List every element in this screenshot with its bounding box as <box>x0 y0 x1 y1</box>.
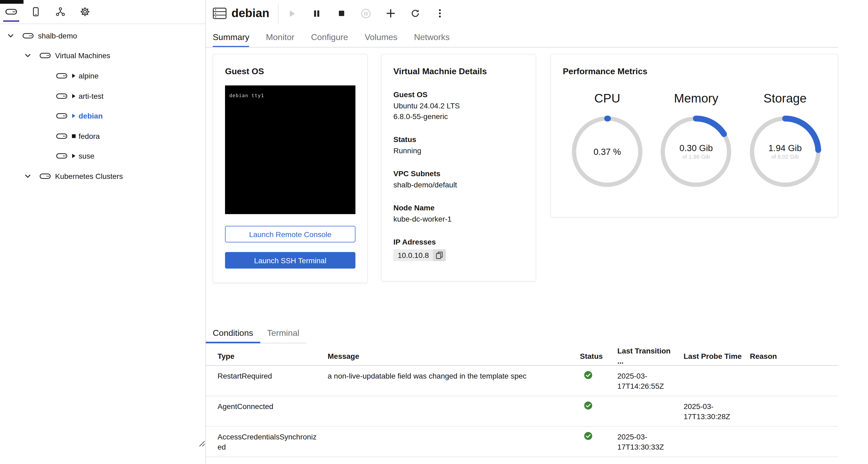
cell-type: AgentConnected <box>206 401 328 412</box>
table-row: AccessCredentialsSynchronized 2025-03-17… <box>206 427 838 457</box>
virtual-machine-icon <box>213 7 227 19</box>
field-value: Ubuntu 24.04.2 LTS <box>393 100 524 111</box>
page-title: debian <box>231 6 269 20</box>
ip-address-chip: 10.0.10.8 <box>393 250 446 261</box>
field-value: Running <box>393 145 524 156</box>
tree-item-label: Virtual Machines <box>55 52 111 60</box>
tab-summary[interactable]: Summary <box>213 27 249 47</box>
tree-item-kubernetes-clusters[interactable]: Kubernetes Clusters <box>0 166 205 186</box>
nav-virtual-machines-button[interactable] <box>5 6 17 18</box>
suspend-button[interactable] <box>354 3 378 24</box>
running-state-icon <box>72 114 76 118</box>
tab-volumes[interactable]: Volumes <box>365 27 397 47</box>
nav-settings-button[interactable] <box>79 6 91 18</box>
refresh-icon <box>411 9 420 18</box>
running-state-icon <box>72 74 76 78</box>
launch-ssh-terminal-button[interactable]: Launch SSH Terminal <box>225 252 355 269</box>
gauge-value: 0.37 % <box>593 146 621 157</box>
nav-devices-button[interactable] <box>30 6 42 18</box>
pause-icon <box>313 9 321 18</box>
field-value: 6.8.0-55-generic <box>393 111 524 122</box>
field-label: Node Name <box>393 202 524 213</box>
project-icon <box>23 32 34 40</box>
tree-item-suse[interactable]: suse <box>0 146 205 166</box>
gauge-title: Storage <box>744 91 826 105</box>
vm-drive-icon <box>5 7 17 16</box>
pause-circle-icon <box>361 8 371 19</box>
performance-metrics-card: Performance Metrics CPU 0.37 % Memory <box>551 54 838 217</box>
start-button[interactable] <box>280 3 305 24</box>
column-header-type: Type <box>206 351 328 361</box>
tree-item-label: debian <box>79 111 103 120</box>
card-title: Virtual Machnie Details <box>393 66 524 77</box>
cell-message: a non-live-updatable field was changed i… <box>328 371 580 381</box>
pause-button[interactable] <box>305 3 329 24</box>
tree-item-shalb-demo[interactable]: shalb-demo <box>0 26 205 46</box>
field-value: kube-dc-worker-1 <box>393 213 524 224</box>
console-preview[interactable]: debian tty1 <box>225 86 355 214</box>
nav-clusters-button[interactable] <box>55 6 66 18</box>
vm-icon <box>56 132 67 140</box>
chevron-down-icon <box>7 33 14 39</box>
add-button[interactable] <box>378 3 403 24</box>
tree-item-arti-test[interactable]: arti-test <box>0 86 205 106</box>
vm-icon <box>56 152 67 161</box>
cell-last-transition: 2025-03-17T13:30:33Z <box>617 432 684 452</box>
tree-item-label: suse <box>79 152 94 161</box>
sidebar-resize-handle[interactable] <box>198 440 205 447</box>
tree-item-label: fedora <box>79 132 100 140</box>
cell-status <box>580 371 617 379</box>
column-header-last-transition: Last Transition ... <box>617 346 684 366</box>
sidebar: shalb-demo Virtual Machines alpine arti-… <box>0 0 206 464</box>
running-state-icon <box>72 154 76 158</box>
guest-os-card: Guest OS debian tty1 Launch Remote Conso… <box>213 54 368 283</box>
play-icon <box>288 9 297 18</box>
tab-networks[interactable]: Networks <box>414 27 450 47</box>
vm-actions-toolbar <box>280 3 452 24</box>
launch-remote-console-button[interactable]: Launch Remote Console <box>225 226 355 242</box>
resource-tree: shalb-demo Virtual Machines alpine arti-… <box>0 24 205 186</box>
gauge-title: CPU <box>566 91 648 105</box>
cell-last-transition: 2025-03-17T14:26:55Z <box>617 371 684 391</box>
cell-status <box>580 401 617 409</box>
tree-item-debian[interactable]: debian <box>0 106 205 126</box>
field-value: shalb-demo/default <box>393 179 524 190</box>
table-row: RestartRequired a non-live-updatable fie… <box>206 366 838 396</box>
field-label: Status <box>393 134 524 145</box>
cell-status <box>580 432 617 440</box>
tree-item-label: Kubernetes Clusters <box>55 172 123 180</box>
tab-monitor[interactable]: Monitor <box>266 27 294 47</box>
tab-configure[interactable]: Configure <box>311 27 348 47</box>
app-window: shalb-demo Virtual Machines alpine arti-… <box>0 0 868 464</box>
tree-item-alpine[interactable]: alpine <box>0 66 205 86</box>
conditions-table: Type Message Status Last Transition ... … <box>206 346 838 457</box>
bottom-tabs: Conditions Terminal <box>206 324 306 343</box>
cell-last-probe: 2025-03-17T13:30:28Z <box>684 401 750 422</box>
console-preview-text: debian tty1 <box>229 93 264 98</box>
tab-terminal[interactable]: Terminal <box>260 324 306 343</box>
field-status: Status Running <box>393 134 524 156</box>
field-node-name: Node Name kube-dc-worker-1 <box>393 202 524 224</box>
gauge-subvalue: of 1.86 Gib <box>683 153 710 160</box>
kebab-icon <box>439 9 441 18</box>
cell-type: RestartRequired <box>206 371 328 381</box>
tree-item-virtual-machines[interactable]: Virtual Machines <box>0 46 205 66</box>
cell-type: AccessCredentialsSynchronized <box>206 432 328 452</box>
vm-icon <box>56 92 67 100</box>
stopped-state-icon <box>72 134 76 138</box>
table-header-row: Type Message Status Last Transition ... … <box>206 346 838 366</box>
copy-button[interactable] <box>433 250 446 261</box>
tree-item-fedora[interactable]: fedora <box>0 126 205 146</box>
kebab-menu-button[interactable] <box>428 3 452 24</box>
check-circle-icon <box>584 371 592 379</box>
tab-conditions[interactable]: Conditions <box>206 324 260 343</box>
check-circle-icon <box>584 401 592 409</box>
gauge-memory: Memory 0.30 Gib of 1.86 Gib <box>655 91 737 191</box>
field-guest-os: Guest OS Ubuntu 24.04.2 LTS 6.8.0-55-gen… <box>393 89 524 122</box>
column-header-status: Status <box>580 351 617 361</box>
tabs-underline <box>206 47 838 47</box>
settings-gear-icon <box>80 7 90 16</box>
memory-donut-chart: 0.30 Gib of 1.86 Gib <box>657 113 735 191</box>
refresh-button[interactable] <box>403 3 428 24</box>
stop-button[interactable] <box>329 3 354 24</box>
